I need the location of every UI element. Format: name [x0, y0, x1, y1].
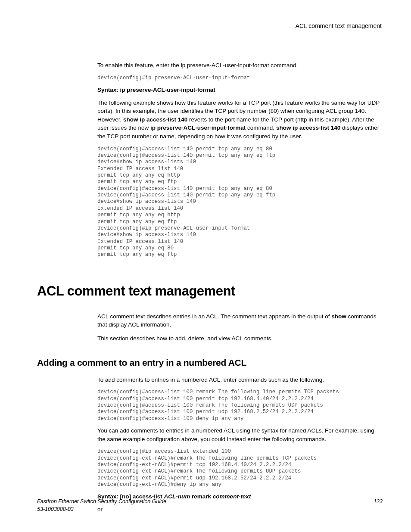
section-heading: ACL comment text management	[37, 282, 383, 301]
subsection-para-1: To add comments to entries in a numbered…	[97, 376, 383, 384]
bold-span: show ip access-list 140	[123, 116, 187, 123]
subsection-para-2: You can add comments to entries in a num…	[97, 426, 383, 443]
bold-span: show ip access-list 140	[276, 124, 340, 131]
section-para-1: ACL comment text describes entries in an…	[97, 312, 383, 329]
running-header: ACL comment text management	[37, 22, 383, 30]
footer-title: FastIron Ethernet Switch Security Config…	[37, 498, 166, 505]
page-footer: FastIron Ethernet Switch Security Config…	[37, 498, 383, 513]
code-block-2: device(config)#access-list 140 permit tc…	[97, 146, 383, 258]
footer-page-number: 123	[374, 498, 383, 513]
text-span: ACL comment text describes entries in an…	[97, 313, 331, 320]
bold-span: show	[331, 313, 346, 320]
code-block-1: device(config)#ip preserve-ACL-user-inpu…	[97, 75, 383, 81]
code-block-3: device(config)#access-list 100 remark Th…	[97, 389, 383, 422]
subsection-heading: Adding a comment to an entry in a number…	[37, 356, 383, 369]
syntax-line-1: Syntax: ip preserve-ACL-user-input-forma…	[97, 86, 383, 94]
code-block-4: device(config)#ip access-list extended 1…	[97, 448, 383, 488]
footer-docnum: 53-1003088-03	[37, 505, 166, 513]
section-para-2: This section describes how to add, delet…	[97, 334, 383, 343]
text-span: command,	[246, 124, 276, 131]
explain-para-1: The following example shows how this fea…	[97, 99, 383, 141]
intro-para: To enable this feature, enter the ip pre…	[97, 61, 383, 70]
bold-span: ip preserve-ACL-user-input-format	[150, 124, 246, 131]
